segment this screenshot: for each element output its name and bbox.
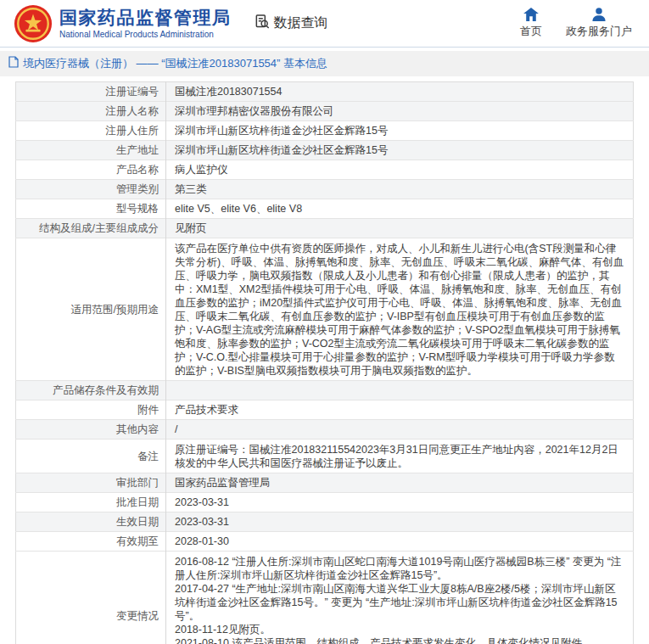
table-row: 适用范围/预期用途 该产品在医疗单位中供有资质的医师操作，对成人、小儿和新生儿进… [16, 238, 634, 381]
table-row: 型号规格 elite V5、elite V6、elite V8 [16, 199, 634, 219]
row-value: 2028-01-30 [166, 532, 634, 552]
row-value: 2016-08-12 “注册人住所:深圳市南山区蛇口南海大道1019号南山医疗器… [166, 552, 634, 644]
row-value: 深圳市理邦精密仪器股份有限公司 [166, 102, 634, 121]
table-row: 注册证编号 国械注准20183071554 [16, 82, 634, 102]
row-value: 深圳市坪山新区坑梓街道金沙社区金辉路15号 [166, 121, 634, 141]
row-value: 第三类 [166, 180, 634, 199]
document-search-icon [254, 14, 271, 34]
top-nav: 首页 政务服务门户 [520, 8, 632, 39]
table-row: 生效日期 2023-03-31 [16, 512, 634, 532]
row-value: 该产品在医疗单位中供有资质的医师操作，对成人、小儿和新生儿进行心电(含ST段测量… [166, 238, 634, 381]
nav-portal-label: 政务服务门户 [566, 24, 632, 39]
agency-title-block: 国家药品监督管理局 National Medical Products Admi… [59, 8, 232, 38]
table-row: 生产地址 深圳市坪山新区坑梓街道金沙社区金辉路15号 [16, 141, 634, 160]
data-query-nav[interactable]: 数据查询 [254, 14, 328, 34]
row-label: 有效期至 [16, 532, 166, 552]
row-label: 备注 [16, 440, 166, 473]
row-label: 附件 [16, 400, 166, 420]
row-label: 审批部门 [16, 473, 166, 493]
table-row: 变更情况 2016-08-12 “注册人住所:深圳市南山区蛇口南海大道1019号… [16, 552, 634, 644]
national-emblem-logo [14, 4, 53, 43]
row-label: 其他内容 [16, 420, 166, 440]
table-row: 有效期至 2028-01-30 [16, 532, 634, 552]
row-value: 2023-03-31 [166, 512, 634, 532]
table-row: 注册人名称 深圳市理邦精密仪器股份有限公司 [16, 102, 634, 121]
row-value: elite V5、elite V6、elite V8 [166, 199, 634, 219]
row-value: 深圳市坪山新区坑梓街道金沙社区金辉路15号 [166, 141, 634, 160]
data-query-label: 数据查询 [274, 14, 328, 32]
breadcrumb-text: 境内医疗器械（注册） —— “国械注准20183071554” 基本信息 [23, 56, 327, 71]
row-value: 原注册证编号：国械注准201832115542023年3月31日同意更正生产地址… [166, 440, 634, 473]
row-label: 变更情况 [16, 552, 166, 644]
table-row: 备注 原注册证编号：国械注准201832115542023年3月31日同意更正生… [16, 440, 634, 473]
table-row: 产品名称 病人监护仪 [16, 160, 634, 180]
row-label: 注册人住所 [16, 121, 166, 141]
row-value: 国家药品监督管理局 [166, 473, 634, 493]
table-row: 审批部门 国家药品监督管理局 [16, 473, 634, 493]
agency-subtitle: National Medical Products Administration [59, 30, 232, 39]
table-row: 其他内容 / [16, 420, 634, 440]
nav-home-label: 首页 [520, 24, 542, 39]
row-label: 生产地址 [16, 141, 166, 160]
row-value: / [166, 420, 634, 440]
row-label: 注册人名称 [16, 102, 166, 121]
agency-title: 国家药品监督管理局 [59, 8, 232, 27]
table-row: 结构及组成/主要组成成分 见附页 [16, 219, 634, 238]
nav-home[interactable]: 首页 [520, 8, 542, 39]
row-label: 产品储存条件及有效期 [16, 381, 166, 400]
site-header: 国家药品监督管理局 National Medical Products Admi… [0, 0, 649, 48]
row-value: 病人监护仪 [166, 160, 634, 180]
row-label: 结构及组成/主要组成成分 [16, 219, 166, 238]
row-label: 生效日期 [16, 512, 166, 532]
row-label: 批准日期 [16, 493, 166, 512]
table-row: 附件 产品技术要求 [16, 400, 634, 420]
row-label: 产品名称 [16, 160, 166, 180]
row-value: 2023-03-31 [166, 493, 634, 512]
row-label: 适用范围/预期用途 [16, 238, 166, 381]
row-value: 产品技术要求 [166, 400, 634, 420]
nav-portal[interactable]: 政务服务门户 [566, 8, 632, 39]
row-value: 国械注准20183071554 [166, 82, 634, 102]
row-label: 管理类别 [16, 180, 166, 199]
row-value: 见附页 [166, 219, 634, 238]
row-value [166, 381, 634, 400]
breadcrumb: 境内医疗器械（注册） —— “国械注准20183071554” 基本信息 [0, 51, 649, 76]
user-icon [591, 8, 607, 21]
table-row: 产品储存条件及有效期 [16, 381, 634, 400]
table-row: 批准日期 2023-03-31 [16, 493, 634, 512]
page-icon [8, 56, 19, 71]
table-row: 管理类别 第三类 [16, 180, 634, 199]
home-icon [523, 8, 539, 21]
row-label: 型号规格 [16, 199, 166, 219]
row-label: 注册证编号 [16, 82, 166, 102]
table-row: 注册人住所 深圳市坪山新区坑梓街道金沙社区金辉路15号 [16, 121, 634, 141]
registration-info-table: 注册证编号 国械注准20183071554 注册人名称 深圳市理邦精密仪器股份有… [15, 81, 634, 644]
